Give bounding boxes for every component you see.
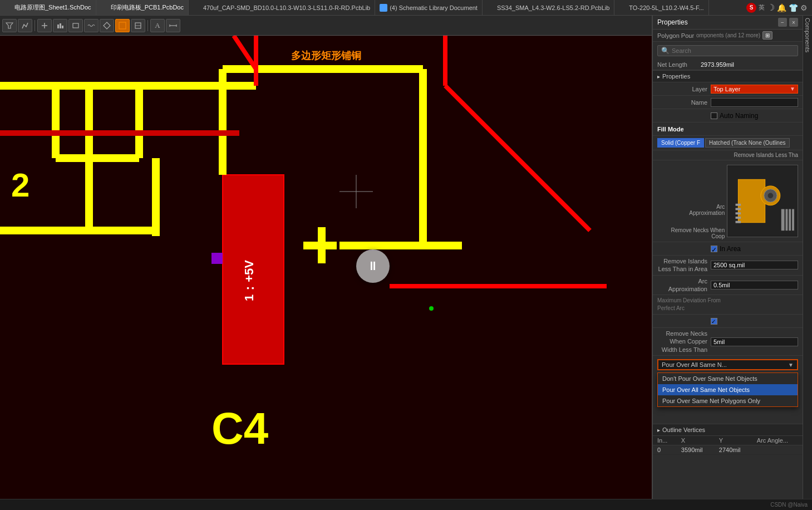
panel-title: Properties — [657, 18, 688, 26]
svg-rect-41 — [739, 179, 765, 222]
svg-rect-44 — [736, 212, 741, 214]
tab-cap-lib[interactable]: 470uf_CAP-SMD_BD10.0-L10.3-W10.3-LS11.0-… — [189, 0, 375, 15]
side-label-components[interactable]: Components — [803, 16, 812, 499]
properties-section-header[interactable]: ▸ Properties — [653, 70, 803, 82]
svg-rect-5 — [62, 26, 63, 28]
name-input[interactable] — [711, 98, 798, 107]
remove-necks-preview-label: Remove Necks When Coop — [657, 227, 725, 239]
moon-icon: ☽ — [767, 2, 775, 13]
pour-option-all[interactable]: Pour Over All Same Net Objects — [658, 384, 798, 395]
toolbar-measure-btn[interactable] — [166, 19, 180, 32]
toolbar-flag-btn[interactable] — [131, 19, 145, 32]
in-area-row: ✓ In Area — [653, 242, 803, 256]
layer-label: Layer — [657, 86, 707, 92]
svg-text:1：+5V: 1：+5V — [242, 260, 256, 301]
svg-line-34 — [445, 86, 590, 231]
panel-header: Properties − × — [653, 16, 803, 30]
pour-label: Polygon Pour — [657, 32, 694, 39]
auto-naming-checkbox[interactable] — [711, 112, 717, 119]
svg-marker-7 — [104, 22, 110, 29]
outline-arrow-icon: ▸ — [657, 427, 660, 433]
tab-pcb[interactable]: 印刷电路板_PCB1.PcbDoc — [96, 0, 189, 15]
col-index: In... — [653, 436, 677, 445]
row-y: 2740mil — [715, 445, 752, 455]
fill-tab-solid[interactable]: Solid (Copper F — [657, 138, 704, 148]
svg-rect-53 — [792, 209, 794, 231]
outline-vertices-header[interactable]: ▸ Outline Vertices — [653, 424, 803, 436]
svg-rect-4 — [60, 23, 61, 28]
pour-sub: omponents (and 12 more) — [696, 32, 760, 38]
toolbar-polygon-btn[interactable] — [115, 19, 130, 32]
checkbox2[interactable]: ✓ — [711, 318, 717, 325]
svg-rect-45 — [736, 217, 741, 219]
pour-over-dropdown[interactable]: Pour Over All Same N... ▼ — [657, 359, 798, 370]
net-length-label: Net Length — [657, 61, 696, 68]
vertices-table: In... X Y Arc Angle... 0 3590mil 2740mil — [653, 436, 803, 455]
lib-icon-1 — [193, 4, 201, 12]
search-bar: 🔍 — [657, 45, 798, 56]
toolbar-route-btn[interactable] — [18, 19, 32, 32]
row-x: 3590mil — [677, 445, 715, 455]
pour-option-same[interactable]: Pour Over Same Net Polygons Only — [658, 395, 798, 406]
preview-labels: ArcApproximation Remove Necks When Coop — [657, 163, 725, 239]
filter-button[interactable]: ⊞ — [762, 31, 772, 40]
svg-point-49 — [768, 193, 774, 198]
arc-approx-input[interactable] — [711, 281, 798, 290]
remove-necks-row: Remove Necks When Copper Width Less Than — [653, 328, 803, 356]
svg-rect-42 — [736, 204, 741, 206]
tab-ss34-lib[interactable]: SS34_SMA_L4.3-W2.6-LS5.2-RD.PcbLib — [483, 0, 614, 15]
preview-area — [727, 165, 798, 237]
content-area: A — [0, 16, 812, 499]
row-arc — [752, 445, 803, 455]
remove-islands-input[interactable] — [711, 261, 798, 269]
svg-rect-8 — [119, 22, 126, 29]
pause-button[interactable]: ⏸ — [356, 249, 390, 283]
gear-icon[interactable]: ⚙ — [800, 3, 808, 12]
properties-section-label: Properties — [662, 73, 690, 80]
svg-rect-6 — [73, 23, 78, 28]
svg-marker-0 — [6, 23, 13, 28]
toolbar-filter-btn[interactable] — [2, 19, 17, 32]
row-index: 0 — [653, 445, 677, 455]
toolbar-sep-2 — [147, 20, 148, 31]
in-area-checkbox[interactable]: ✓ — [711, 246, 717, 252]
remove-necks-input[interactable] — [711, 337, 798, 346]
right-side: Properties − × Polygon Pour omponents (a… — [652, 16, 812, 499]
outline-vertices-label: Outline Vertices — [662, 426, 705, 433]
toolbar: A — [0, 16, 652, 36]
fill-mode-label: Fill Mode — [657, 126, 684, 133]
properties-panel: Properties − × Polygon Pour omponents (a… — [652, 16, 803, 499]
tab-ss34-lib-label: SS34_SMA_L4.3-W2.6-LS5.2-RD.PcbLib — [497, 4, 609, 11]
toolbar-diamond-btn[interactable] — [100, 19, 114, 32]
tab-sch-lib[interactable]: (4) Schematic Library Document — [375, 0, 483, 15]
shirt-icon[interactable]: 👕 — [789, 3, 798, 12]
notification-icon[interactable]: 🔔 — [777, 3, 786, 12]
search-input[interactable] — [672, 47, 794, 54]
name-row: Name — [653, 96, 803, 109]
toolbar-rect-btn[interactable] — [68, 19, 83, 32]
tab-schematic[interactable]: 电路原理图_Sheet1.SchDoc — [0, 0, 96, 15]
col-y: Y — [715, 436, 752, 445]
arc-approx-subtext: Maximum Deviation FromPerfect Arc — [653, 295, 803, 315]
lang-label: 英 — [759, 3, 765, 12]
fill-tab-hatched[interactable]: Hatched (Track None (Outlines — [705, 138, 789, 148]
svg-rect-24 — [318, 227, 326, 263]
layer-value: Top Layer — [713, 86, 740, 92]
layer-dropdown[interactable]: Top Layer ▼ — [711, 85, 798, 94]
close-panel-button[interactable]: × — [789, 18, 798, 27]
lib-icon-2 — [487, 4, 495, 12]
svg-rect-52 — [789, 209, 791, 231]
remove-islands-value-row: Remove Islands Less Than in Area — [653, 256, 803, 276]
remove-necks-label: Remove Necks When Copper Width Less Than — [657, 330, 707, 354]
toolbar-bar-chart-btn[interactable] — [53, 19, 67, 32]
lib-icon-3 — [619, 4, 627, 12]
pin-button[interactable]: − — [778, 18, 787, 27]
toolbar-plus-btn[interactable] — [37, 19, 52, 32]
tab-to220-lib[interactable]: TO-220-5L_L10.2-W4.5-F... — [614, 0, 708, 15]
pcb-canvas[interactable]: A — [0, 16, 652, 499]
toolbar-text-btn[interactable]: A — [150, 19, 165, 32]
pour-option-dont[interactable]: Don't Pour Over Same Net Objects — [658, 373, 798, 384]
toolbar-wave-btn[interactable] — [84, 19, 99, 32]
tab-sch-lib-label: (4) Schematic Library Document — [390, 4, 478, 11]
svg-rect-36 — [211, 253, 223, 264]
